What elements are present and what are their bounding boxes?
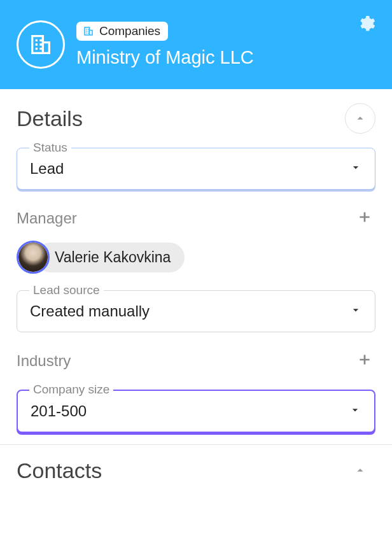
building-small-icon [83,25,94,37]
chevron-up-icon [353,463,367,477]
details-title: Details [17,106,83,131]
page-header: Companies Ministry of Magic LLC [0,0,392,89]
avatar-image [18,243,48,272]
lead-source-value: Created manually [30,302,150,320]
company-size-arrow [349,404,361,419]
plus-icon [356,209,373,225]
company-size-label: Company size [29,383,113,397]
status-label: Status [29,141,71,155]
details-section: Details Status Lead Manager Valerie Kako… [0,89,392,433]
header-left: Companies Ministry of Magic LLC [17,20,254,69]
status-value: Lead [30,160,64,178]
breadcrumb[interactable]: Companies [76,22,168,41]
add-industry-button[interactable] [354,349,375,373]
building-icon [28,32,53,57]
lead-source-label: Lead source [29,283,104,297]
page-title: Ministry of Magic LLC [76,47,254,68]
add-manager-button[interactable] [354,206,375,230]
status-field: Status Lead [17,148,375,190]
manager-row: Manager [17,206,375,230]
company-icon-circle [17,20,65,69]
chevron-up-icon [353,111,367,125]
manager-label: Manager [17,209,77,227]
status-arrow [349,161,362,176]
contacts-header: Contacts [17,455,375,486]
company-size-field: Company size 201-500 [17,390,375,433]
caret-down-icon [349,404,361,416]
header-content: Companies Ministry of Magic LLC [76,22,254,68]
lead-source-arrow [349,304,362,319]
industry-row: Industry [17,349,375,373]
settings-button[interactable] [359,15,375,34]
avatar [17,241,50,274]
company-size-value: 201-500 [31,402,87,420]
plus-icon [356,351,373,368]
gear-icon [359,15,375,32]
caret-down-icon [349,161,362,174]
industry-label: Industry [17,352,71,370]
breadcrumb-text: Companies [99,24,160,38]
details-header: Details [17,103,375,134]
manager-chip[interactable]: Valerie Kakovkina [17,241,185,274]
manager-name: Valerie Kakovkina [36,243,185,272]
contacts-collapse-button[interactable] [345,455,375,486]
caret-down-icon [349,304,362,316]
details-collapse-button[interactable] [345,103,375,134]
contacts-section: Contacts [0,445,392,486]
lead-source-field: Lead source Created manually [17,290,375,332]
contacts-title: Contacts [17,458,102,483]
